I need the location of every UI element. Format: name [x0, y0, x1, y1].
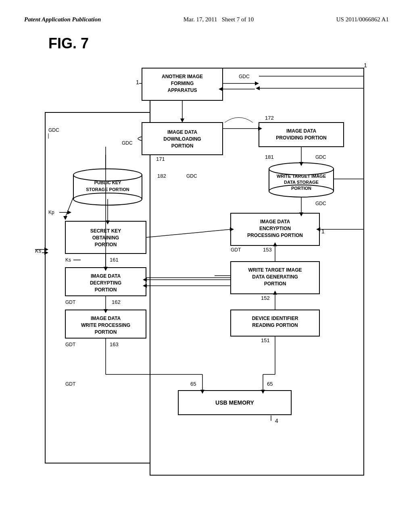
diagram-svg: 1 ANOTHER IMAGE FORMING APPARATUS 1 GDC [33, 60, 380, 503]
svg-text:WRITE PROCESSING: WRITE PROCESSING [81, 322, 130, 328]
diagram-area: 1 ANOTHER IMAGE FORMING APPARATUS 1 GDC [33, 60, 380, 503]
svg-marker-108 [44, 247, 48, 251]
svg-line-67 [65, 197, 73, 217]
label-161: 161 [110, 257, 119, 263]
header-date: Mar. 17, 2011 [184, 16, 217, 23]
label-152: 152 [261, 295, 270, 301]
svg-text:IMAGE DATA: IMAGE DATA [91, 316, 121, 321]
svg-text:WRITE TARGET IMAGE: WRITE TARGET IMAGE [248, 267, 302, 273]
header-date-sheet: Mar. 17, 2011 Sheet 7 of 10 [184, 16, 254, 23]
svg-text:PORTION: PORTION [171, 143, 194, 149]
svg-text:DEVICE IDENTIFIER: DEVICE IDENTIFIER [252, 316, 298, 321]
svg-text:GDC: GDC [122, 140, 133, 146]
svg-marker-36 [44, 251, 48, 255]
svg-text:IMAGE DATA: IMAGE DATA [260, 219, 290, 224]
svg-marker-68 [63, 216, 67, 220]
svg-text:IMAGE DATA: IMAGE DATA [167, 129, 198, 135]
svg-text:PORTION: PORTION [291, 186, 311, 191]
label-163: 163 [110, 341, 119, 347]
header-publication-label: Patent Application Publication [24, 16, 101, 23]
label-kp: Kp [48, 210, 54, 215]
page: Patent Application Publication Mar. 17, … [0, 0, 413, 532]
svg-text:PROVIDING PORTION: PROVIDING PORTION [276, 135, 326, 141]
label-172: 172 [265, 115, 274, 121]
svg-line-109 [146, 229, 231, 237]
label-162: 162 [112, 299, 121, 305]
label-gdc-182: GDC [186, 173, 197, 179]
label-65-left: 65 [190, 381, 196, 387]
svg-text:FORMING: FORMING [171, 81, 194, 86]
svg-text:PORTION: PORTION [95, 329, 117, 335]
label-gdt-163: GDT [65, 342, 76, 347]
another-image-label: ANOTHER IMAGE [162, 74, 203, 79]
svg-text:READING PORTION: READING PORTION [252, 322, 298, 328]
svg-marker-7 [255, 81, 259, 85]
page-header: Patent Application Publication Mar. 17, … [24, 16, 389, 23]
svg-point-27 [73, 169, 142, 181]
label-65-right: 65 [267, 381, 273, 387]
svg-text:APPARATUS: APPARATUS [168, 87, 197, 93]
label-ks-outer: Ks [35, 248, 42, 254]
figure-label: FIG. 7 [48, 35, 389, 52]
svg-text:DECRYPTING: DECRYPTING [90, 280, 121, 286]
label-gdc-top: GDC [239, 74, 250, 79]
svg-text:STORAGE PORTION: STORAGE PORTION [86, 187, 129, 192]
label-gdc-right2: GDC [315, 201, 326, 206]
label-ks-inner: Ks [65, 257, 71, 263]
svg-text:WRITE TARGET IMAGE: WRITE TARGET IMAGE [277, 174, 326, 179]
label-gdc-181: GDC [315, 154, 326, 160]
header-sheet: Sheet 7 of 10 [222, 16, 254, 23]
label-4: 4 [275, 418, 278, 424]
svg-marker-101 [256, 86, 260, 90]
svg-text:IMAGE DATA: IMAGE DATA [286, 128, 317, 134]
label-1-top: 1 [136, 79, 139, 85]
label-181: 181 [265, 154, 274, 160]
label-182: 182 [157, 173, 166, 179]
svg-rect-17 [259, 123, 344, 147]
label-151: 151 [261, 337, 270, 343]
label-gdt-153: GDT [231, 247, 241, 253]
svg-text:PORTION: PORTION [95, 287, 117, 293]
svg-text:DATA STORAGE: DATA STORAGE [284, 180, 319, 185]
label-gdt-162: GDT [65, 299, 76, 305]
svg-text:PROCESSING PORTION: PROCESSING PORTION [247, 233, 303, 238]
label-153: 153 [263, 247, 272, 253]
svg-marker-11 [180, 118, 184, 123]
header-patent-number: US 2011/0066862 A1 [336, 16, 389, 23]
label-171: 171 [156, 156, 165, 162]
svg-text:DOWNLOADING: DOWNLOADING [163, 136, 201, 142]
label-gdc-left1: GDC [48, 127, 59, 133]
svg-text:PORTION: PORTION [264, 281, 286, 287]
label-gdt-bottom: GDT [65, 381, 76, 387]
svg-text:DATA GENERATING: DATA GENERATING [252, 274, 298, 280]
svg-text:USB MEMORY: USB MEMORY [215, 399, 254, 406]
svg-text:ENCRYPTION: ENCRYPTION [259, 226, 291, 231]
svg-text:IMAGE DATA: IMAGE DATA [91, 273, 121, 279]
svg-text:PUBLIC KEY: PUBLIC KEY [94, 180, 121, 185]
label-1-right: 1 [364, 62, 367, 69]
